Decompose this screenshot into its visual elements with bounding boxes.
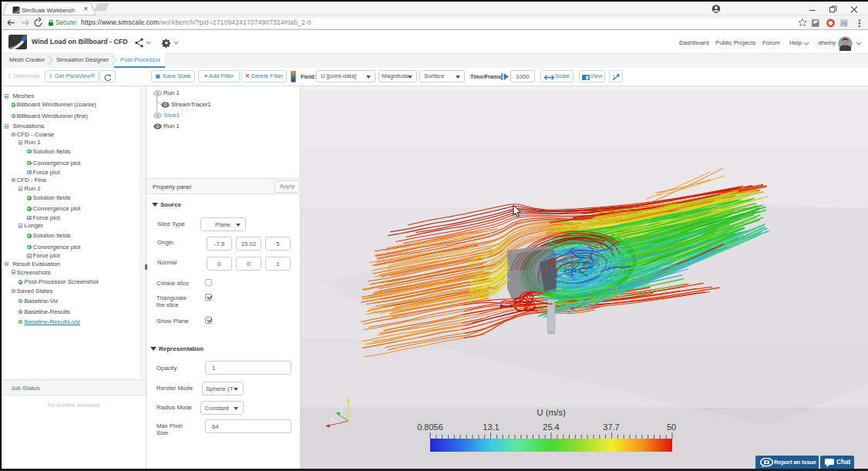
svg-text:25.4: 25.4: [543, 422, 559, 432]
svg-text:50: 50: [667, 422, 676, 432]
svg-text:X: X: [330, 416, 335, 423]
svg-text:Z: Z: [339, 406, 343, 413]
svg-text:Y: Y: [351, 395, 355, 402]
svg-text:37.7: 37.7: [603, 422, 619, 432]
svg-text:13.1: 13.1: [483, 422, 499, 432]
svg-text:0.8056: 0.8056: [417, 422, 443, 432]
svg-text:U (m/s): U (m/s): [537, 408, 566, 417]
